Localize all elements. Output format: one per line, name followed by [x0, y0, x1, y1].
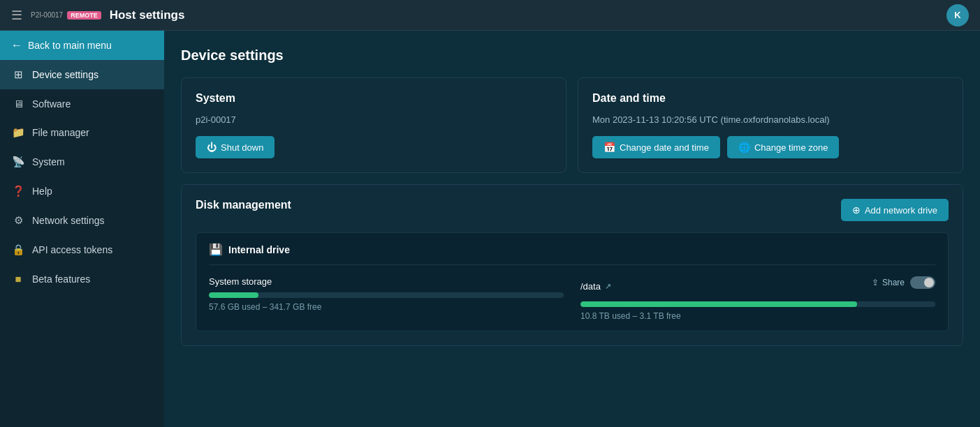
- disk-header: Disk management ⊕ Add network drive: [196, 199, 949, 221]
- storage-row: System storage 57.6 GB used – 341.7 GB f…: [209, 276, 935, 321]
- remote-badge: REMOTE: [67, 11, 101, 20]
- page-title-topbar: Host settings: [110, 8, 185, 22]
- sidebar-item-file-manager[interactable]: 📁 File manager: [0, 118, 164, 147]
- data-storage-section: /data ↗ ⇪ Share: [580, 276, 935, 321]
- internal-drive-card: 💾 Internal drive System storage 57.6 GB …: [196, 232, 949, 331]
- device-id: P2I-00017: [31, 12, 63, 19]
- data-storage-progress-fill: [580, 301, 857, 307]
- file-manager-icon: 📁: [11, 126, 25, 139]
- software-icon: 🖥: [11, 98, 25, 110]
- device-settings-icon: ⊞: [11, 68, 25, 81]
- data-storage-label: /data ↗ ⇪ Share: [580, 276, 935, 296]
- api-tokens-icon: 🔒: [11, 244, 25, 256]
- system-card-actions: ⏻ Shut down: [196, 136, 552, 158]
- system-storage-section: System storage 57.6 GB used – 341.7 GB f…: [209, 276, 564, 321]
- sidebar-item-network-settings[interactable]: ⚙ Network settings: [0, 206, 164, 235]
- sidebar-item-software[interactable]: 🖥 Software: [0, 89, 164, 118]
- change-timezone-button[interactable]: 🌐 Change time zone: [727, 136, 840, 158]
- system-card: System p2i-00017 ⏻ Shut down: [181, 77, 566, 173]
- sidebar-item-system[interactable]: 📡 System: [0, 147, 164, 177]
- add-drive-icon: ⊕: [852, 204, 861, 216]
- share-toggle[interactable]: [910, 276, 935, 289]
- globe-icon: 🌐: [738, 142, 750, 153]
- topbar: ☰ P2I-00017 REMOTE Host settings K: [0, 0, 980, 31]
- toggle-knob: [924, 278, 934, 287]
- top-cards-row: System p2i-00017 ⏻ Shut down Date and ti…: [181, 77, 963, 173]
- disk-management-card: Disk management ⊕ Add network drive 💾 In…: [181, 184, 963, 346]
- layout: ← Back to main menu ⊞ Device settings 🖥 …: [0, 31, 980, 427]
- calendar-icon: 📅: [604, 142, 615, 153]
- topbar-right: K: [946, 4, 969, 27]
- system-storage-label: System storage: [209, 276, 564, 287]
- network-settings-icon: ⚙: [11, 214, 25, 227]
- share-label: ⇪ Share: [872, 278, 905, 287]
- change-date-button[interactable]: 📅 Change date and time: [592, 136, 720, 158]
- add-network-drive-button[interactable]: ⊕ Add network drive: [841, 199, 949, 221]
- system-card-title: System: [196, 92, 552, 105]
- sidebar: ← Back to main menu ⊞ Device settings 🖥 …: [0, 31, 164, 427]
- sidebar-item-beta-features[interactable]: ■ Beta features: [0, 264, 164, 293]
- device-id-row: P2I-00017 REMOTE: [31, 11, 101, 20]
- sidebar-item-api-access-tokens[interactable]: 🔒 API access tokens: [0, 235, 164, 264]
- current-time-value: Mon 2023-11-13 10:20:56 UTC (time.oxford…: [592, 114, 949, 125]
- page-title: Device settings: [181, 47, 963, 63]
- help-icon: ❓: [11, 185, 25, 197]
- datetime-card-actions: 📅 Change date and time 🌐 Change time zon…: [592, 136, 949, 158]
- system-device-name: p2i-00017: [196, 114, 552, 125]
- shutdown-button[interactable]: ⏻ Shut down: [196, 136, 275, 158]
- data-storage-progress-bg: [580, 301, 935, 307]
- share-row: ⇪ Share: [872, 276, 935, 289]
- sidebar-item-device-settings[interactable]: ⊞ Device settings: [0, 60, 164, 89]
- main-content: Device settings System p2i-00017 ⏻ Shut …: [164, 31, 980, 427]
- internal-drive-header: 💾 Internal drive: [209, 243, 935, 265]
- hard-drive-icon: 💾: [209, 243, 223, 256]
- menu-icon[interactable]: ☰: [11, 8, 22, 23]
- datetime-card: Date and time Mon 2023-11-13 10:20:56 UT…: [578, 77, 963, 173]
- sidebar-item-help[interactable]: ❓ Help: [0, 177, 164, 206]
- disk-card-title: Disk management: [196, 199, 291, 211]
- power-icon: ⏻: [207, 142, 217, 153]
- datetime-card-title: Date and time: [592, 92, 949, 105]
- system-storage-progress-fill: [209, 292, 258, 298]
- beta-features-icon: ■: [11, 273, 25, 285]
- back-to-main-menu[interactable]: ← Back to main menu: [0, 31, 164, 60]
- back-arrow-icon: ←: [11, 39, 22, 52]
- system-storage-progress-bg: [209, 292, 564, 298]
- system-storage-detail: 57.6 GB used – 341.7 GB free: [209, 302, 564, 312]
- data-storage-detail: 10.8 TB used – 3.1 TB free: [580, 311, 935, 321]
- share-icon: ⇪: [872, 278, 879, 287]
- external-link-icon[interactable]: ↗: [605, 282, 611, 291]
- user-avatar[interactable]: K: [946, 4, 969, 27]
- system-icon: 📡: [11, 156, 25, 168]
